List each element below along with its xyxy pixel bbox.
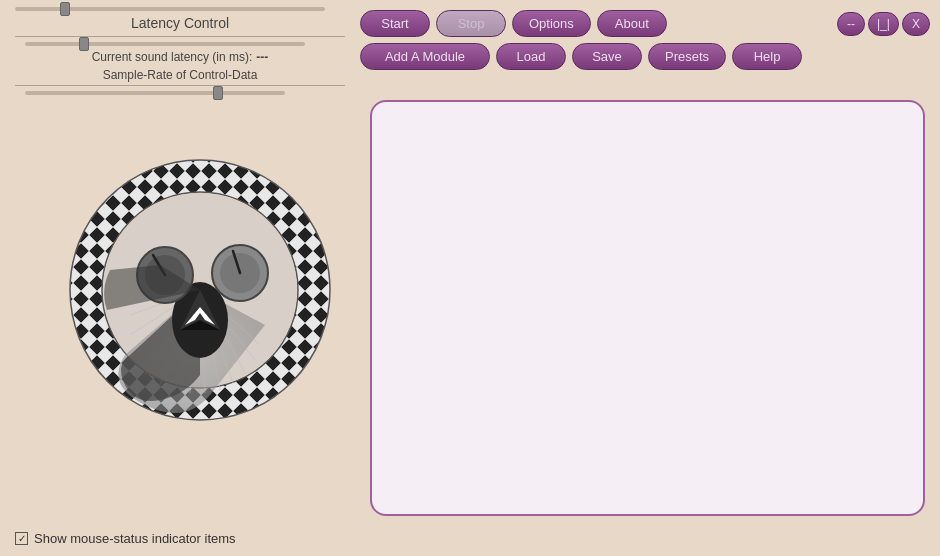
sample-rate-label: Sample-Rate of Control-Data (10, 68, 350, 82)
options-button[interactable]: Options (512, 10, 591, 37)
app-container: Start Stop Options About -- |_| X Add A … (0, 0, 940, 556)
second-slider-row (10, 40, 350, 48)
bottom-bar: ✓ Show mouse-status indicator items (15, 531, 236, 546)
restore-button[interactable]: |_| (868, 12, 899, 36)
gauge-svg (65, 155, 335, 425)
latency-label: Current sound latency (in ms): (92, 50, 253, 64)
save-button[interactable]: Save (572, 43, 642, 70)
panel-title: Latency Control (10, 15, 350, 31)
help-button[interactable]: Help (732, 43, 802, 70)
top-slider[interactable] (15, 7, 325, 11)
stop-button[interactable]: Stop (436, 10, 506, 37)
close-button[interactable]: X (902, 12, 930, 36)
minimize-button[interactable]: -- (837, 12, 865, 36)
left-panel: Latency Control Current sound latency (i… (10, 5, 350, 485)
about-button[interactable]: About (597, 10, 667, 37)
presets-button[interactable]: Presets (648, 43, 726, 70)
latency-value: --- (256, 50, 268, 64)
add-module-button[interactable]: Add A Module (360, 43, 490, 70)
third-slider[interactable] (25, 91, 285, 95)
toolbar-row-2: Add A Module Load Save Presets Help (360, 43, 930, 70)
second-slider[interactable] (25, 42, 305, 46)
top-slider-row (10, 5, 350, 13)
checkbox-check-icon: ✓ (18, 533, 26, 544)
load-button[interactable]: Load (496, 43, 566, 70)
title-area: Latency Control (10, 13, 350, 33)
toolbar: Start Stop Options About -- |_| X Add A … (360, 10, 930, 70)
show-status-checkbox[interactable]: ✓ (15, 532, 28, 545)
status-checkbox-label: Show mouse-status indicator items (34, 531, 236, 546)
toolbar-row-1: Start Stop Options About -- |_| X (360, 10, 930, 37)
main-content-area (370, 100, 925, 516)
gauge-container (65, 155, 335, 425)
start-button[interactable]: Start (360, 10, 430, 37)
window-controls: -- |_| X (837, 12, 930, 36)
third-slider-row (10, 89, 350, 97)
